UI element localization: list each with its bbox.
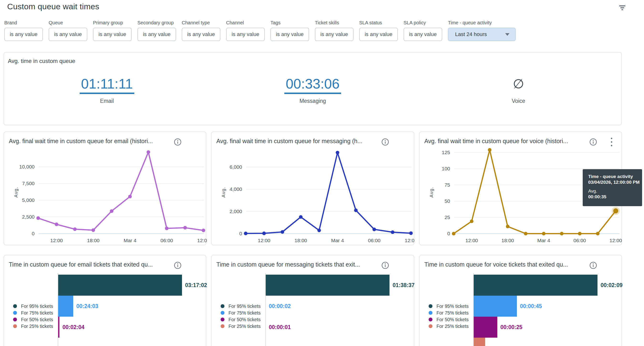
legend-label: For 25% tickets bbox=[21, 323, 53, 329]
filter-value-button[interactable]: is any value bbox=[182, 28, 220, 41]
caret-down-icon bbox=[505, 33, 510, 36]
data-point bbox=[354, 209, 358, 212]
tooltip-title: Time - queue activity bbox=[588, 174, 642, 179]
svg-text:6,000: 6,000 bbox=[230, 164, 242, 170]
percentile-bar[interactable] bbox=[474, 296, 517, 317]
bar-value-label: 00:00:02 bbox=[269, 303, 291, 309]
legend-item: For 25% tickets bbox=[221, 323, 260, 329]
filter-label: Time - queue activity bbox=[448, 20, 492, 26]
chart-tooltip: Time - queue activity 03/04/2026, 12:00:… bbox=[583, 169, 642, 206]
kpi-card: Avg. time in custom queue 01:11:11Email0… bbox=[4, 52, 622, 125]
legend-item: For 50% tickets bbox=[13, 316, 53, 323]
filter-sla-status: SLA statusis any value bbox=[359, 20, 382, 26]
data-point bbox=[409, 231, 413, 235]
chart-card-messaging-percentiles: Time in custom queue for messaging ticke… bbox=[211, 255, 414, 346]
svg-text:06:00: 06:00 bbox=[160, 238, 173, 243]
line-chart-plot[interactable]: 02,0004,0006,00012:0018:00Mar 406:0012:0… bbox=[212, 132, 414, 246]
legend-item: For 50% tickets bbox=[221, 316, 260, 323]
bar-value-label: 00:24:03 bbox=[76, 303, 98, 309]
kpi-label: Voice bbox=[512, 98, 525, 104]
data-point bbox=[488, 148, 492, 152]
kpi-messaging: 00:33:06Messaging bbox=[210, 76, 416, 104]
svg-text:100: 100 bbox=[442, 166, 450, 171]
legend-label: For 95% tickets bbox=[228, 303, 260, 309]
filter-label: Brand bbox=[4, 20, 17, 26]
legend-dot bbox=[428, 317, 432, 321]
svg-text:12:00: 12:00 bbox=[465, 238, 478, 243]
legend-label: For 25% tickets bbox=[436, 323, 468, 329]
time-range-dropdown[interactable]: Last 24 hours bbox=[448, 28, 516, 41]
page-title: Custom queue wait times bbox=[7, 2, 99, 11]
svg-text:25: 25 bbox=[444, 214, 450, 220]
legend-label: For 25% tickets bbox=[228, 323, 260, 329]
info-icon[interactable] bbox=[382, 261, 389, 269]
legend-item: For 95% tickets bbox=[221, 303, 260, 309]
line-chart-plot[interactable]: 02,5005,0007,50010,00012:0018:00Mar 406:… bbox=[4, 132, 207, 246]
info-icon[interactable] bbox=[174, 261, 182, 269]
filter-value-button[interactable]: is any value bbox=[4, 28, 43, 41]
percentile-bar[interactable] bbox=[474, 275, 598, 296]
percentile-bar[interactable] bbox=[266, 275, 390, 296]
data-point bbox=[73, 227, 77, 231]
legend-item: For 50% tickets bbox=[428, 316, 468, 323]
data-point bbox=[92, 228, 95, 232]
filter-value-button[interactable]: is any value bbox=[93, 28, 132, 41]
legend-dot bbox=[428, 324, 432, 328]
filter-value-button[interactable]: is any value bbox=[359, 28, 398, 41]
svg-text:12:00: 12:00 bbox=[610, 238, 622, 243]
legend-item: For 25% tickets bbox=[13, 323, 53, 329]
data-point bbox=[281, 230, 284, 234]
bar-value-label: 01:38:37 bbox=[392, 282, 414, 288]
filter-value-button[interactable]: is any value bbox=[49, 28, 87, 41]
svg-text:0: 0 bbox=[447, 231, 450, 236]
filter-value-button[interactable]: is any value bbox=[138, 28, 176, 41]
filter-label: Channel bbox=[226, 20, 244, 26]
chart-card-email-wait: Avg. final wait time in custom queue for… bbox=[4, 132, 206, 245]
svg-text:Avg.: Avg. bbox=[429, 187, 434, 198]
tooltip-value: 00:00:35 bbox=[588, 194, 642, 200]
bar-value-label: 00:02:04 bbox=[62, 324, 84, 330]
chart-title: Time in custom queue for email tickets t… bbox=[9, 261, 153, 268]
svg-text:7,500: 7,500 bbox=[22, 181, 34, 186]
filter-label: SLA policy bbox=[404, 20, 426, 26]
kpi-row: 01:11:11Email00:33:06Messaging∅Voice bbox=[4, 76, 621, 104]
legend-item: For 25% tickets bbox=[428, 323, 468, 329]
filter-value-button[interactable]: is any value bbox=[226, 28, 265, 41]
filter-label: Primary group bbox=[93, 20, 123, 26]
info-icon[interactable] bbox=[590, 261, 597, 269]
legend-item: For 95% tickets bbox=[13, 303, 53, 309]
kpi-value-link[interactable]: 00:33:06 bbox=[284, 76, 341, 94]
filter-primary-group: Primary groupis any value bbox=[93, 20, 123, 26]
percentile-bar[interactable] bbox=[474, 338, 485, 346]
data-point bbox=[506, 225, 510, 228]
percentile-bar[interactable] bbox=[474, 317, 497, 338]
percentile-bar[interactable] bbox=[58, 296, 73, 317]
filter-value-button[interactable]: is any value bbox=[404, 28, 442, 41]
kpi-label: Messaging bbox=[299, 98, 326, 104]
filter-value-button[interactable]: is any value bbox=[315, 28, 354, 41]
percentile-bar[interactable] bbox=[58, 317, 60, 338]
svg-text:Avg.: Avg. bbox=[13, 187, 18, 198]
legend-label: For 75% tickets bbox=[228, 310, 260, 316]
percentile-bar[interactable] bbox=[58, 275, 182, 296]
filter-lines-icon[interactable] bbox=[618, 5, 626, 12]
filter-label: SLA status bbox=[359, 20, 382, 26]
data-point bbox=[336, 151, 340, 154]
filter-value-button[interactable]: is any value bbox=[270, 28, 309, 41]
legend-item: For 75% tickets bbox=[13, 309, 53, 316]
filter-label: Secondary group bbox=[138, 20, 174, 26]
bar-value-label: 00:00:02 bbox=[61, 345, 83, 346]
legend-item: For 75% tickets bbox=[221, 309, 260, 316]
kpi-email: 01:11:11Email bbox=[4, 76, 210, 104]
kpi-value-link[interactable]: 01:11:11 bbox=[80, 76, 134, 94]
legend-label: For 50% tickets bbox=[436, 317, 468, 322]
data-point bbox=[165, 226, 169, 230]
filter-label: Channel type bbox=[182, 20, 210, 26]
data-point bbox=[318, 229, 321, 232]
svg-text:18:00: 18:00 bbox=[501, 238, 514, 243]
svg-text:06:00: 06:00 bbox=[368, 238, 381, 243]
legend-label: For 75% tickets bbox=[436, 310, 468, 316]
svg-text:0: 0 bbox=[32, 231, 34, 236]
svg-text:18:00: 18:00 bbox=[294, 238, 307, 243]
data-point bbox=[147, 150, 150, 154]
